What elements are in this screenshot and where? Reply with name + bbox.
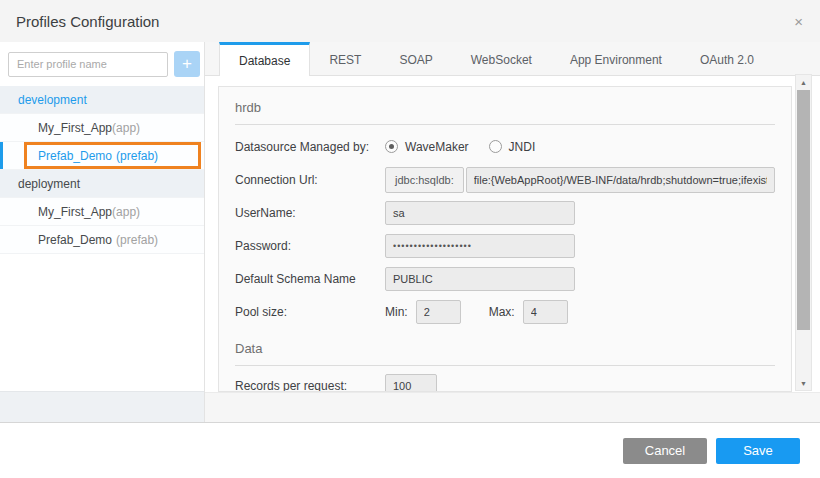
tab-soap[interactable]: SOAP [380, 42, 451, 75]
connection-url-row: Connection Url: jdbc:hsqldb: [235, 163, 775, 196]
datasource-managed-by-label: Datasource Managed by: [235, 140, 385, 154]
profile-name: My_First_App [38, 205, 112, 219]
username-row: UserName: [235, 196, 775, 229]
content-vertical-scrollbar[interactable]: ▲ ▼ [795, 74, 812, 391]
profile-name: My_First_App [38, 121, 112, 135]
pool-max-input[interactable] [523, 300, 568, 324]
records-per-request-row: Records per request: [235, 366, 775, 392]
records-per-request-label: Records per request: [235, 379, 385, 392]
profiles-tree: development My_First_App(app) Prefab_Dem… [0, 86, 204, 254]
sidebar-item-prefab-demo-development[interactable]: Prefab_Demo(prefab) [0, 142, 204, 170]
sidebar-horizontal-scrollbar-track[interactable] [0, 391, 204, 422]
wavemaker-radio-label: WaveMaker [405, 140, 469, 154]
pool-min-label: Min: [385, 305, 408, 319]
sidebar-group-deployment[interactable]: deployment [0, 170, 204, 198]
username-input[interactable] [385, 201, 575, 225]
cancel-button[interactable]: Cancel [623, 438, 707, 464]
wavemaker-radio[interactable] [385, 140, 398, 153]
database-settings-form: hrdb Datasource Managed by: WaveMaker JN… [218, 86, 792, 392]
default-schema-input[interactable] [385, 267, 575, 291]
password-label: Password: [235, 239, 385, 253]
connection-url-label: Connection Url: [235, 173, 385, 187]
profile-type: (app) [112, 205, 140, 219]
password-row: Password: [235, 229, 775, 262]
profiles-configuration-window: Profiles Configuration × + development M… [0, 0, 820, 478]
pool-size-row: Pool size: Min: Max: [235, 295, 775, 328]
dialog-body: + development My_First_App(app) Prefab_D… [0, 42, 820, 422]
save-button[interactable]: Save [716, 438, 800, 464]
jndi-radio[interactable] [489, 140, 502, 153]
profile-type: (app) [112, 121, 140, 135]
profiles-sidebar: + development My_First_App(app) Prefab_D… [0, 42, 205, 422]
sidebar-empty-area [0, 254, 204, 391]
connection-url-input[interactable] [466, 167, 775, 193]
jndi-radio-label: JNDI [509, 140, 536, 154]
profiles-configuration-dialog: Profiles Configuration × + development M… [0, 0, 820, 423]
password-input[interactable] [385, 234, 575, 258]
database-tab-content: hrdb Datasource Managed by: WaveMaker JN… [205, 76, 820, 392]
sidebar-item-my-first-app-deployment[interactable]: My_First_App(app) [0, 198, 204, 226]
scroll-up-icon[interactable]: ▲ [796, 75, 811, 89]
content-horizontal-scrollbar-track[interactable] [205, 392, 820, 422]
section-title-hrdb: hrdb [235, 87, 775, 125]
sidebar-item-my-first-app-development[interactable]: My_First_App(app) [0, 114, 204, 142]
pool-max-label: Max: [489, 305, 515, 319]
add-profile-button[interactable]: + [174, 51, 200, 77]
username-label: UserName: [235, 206, 385, 220]
profile-settings-panel: Database REST SOAP WebSocket App Environ… [205, 42, 820, 422]
pool-size-label: Pool size: [235, 305, 385, 319]
tab-websocket[interactable]: WebSocket [452, 42, 551, 75]
section-title-data: Data [235, 328, 775, 366]
profile-type: (prefab) [116, 149, 158, 163]
tab-database[interactable]: Database [219, 42, 310, 76]
profile-name: Prefab_Demo [38, 233, 112, 247]
profile-name-input[interactable] [8, 52, 168, 77]
datasource-managed-by-row: Datasource Managed by: WaveMaker JNDI [235, 130, 775, 163]
page-title: Profiles Configuration [16, 13, 159, 30]
settings-tabbar: Database REST SOAP WebSocket App Environ… [205, 42, 820, 76]
default-schema-label: Default Schema Name [235, 272, 385, 286]
close-icon[interactable]: × [794, 14, 803, 29]
records-per-request-input[interactable] [385, 374, 437, 392]
profile-type: (prefab) [116, 233, 158, 247]
tab-rest[interactable]: REST [310, 42, 380, 75]
scrollbar-thumb[interactable] [797, 90, 810, 330]
jdbc-prefix: jdbc:hsqldb: [385, 167, 464, 193]
sidebar-item-prefab-demo-deployment[interactable]: Prefab_Demo(prefab) [0, 226, 204, 254]
connection-url-group: jdbc:hsqldb: [385, 167, 775, 193]
default-schema-row: Default Schema Name [235, 262, 775, 295]
dialog-header: Profiles Configuration × [0, 0, 820, 42]
scroll-down-icon[interactable]: ▼ [796, 376, 811, 390]
profile-name: Prefab_Demo [38, 149, 112, 163]
sidebar-toolbar: + [0, 42, 204, 86]
tab-oauth[interactable]: OAuth 2.0 [681, 42, 773, 75]
pool-min-input[interactable] [416, 300, 461, 324]
sidebar-group-development[interactable]: development [0, 86, 204, 114]
dialog-footer: Cancel Save [0, 423, 820, 478]
tab-app-environment[interactable]: App Environment [551, 42, 681, 75]
